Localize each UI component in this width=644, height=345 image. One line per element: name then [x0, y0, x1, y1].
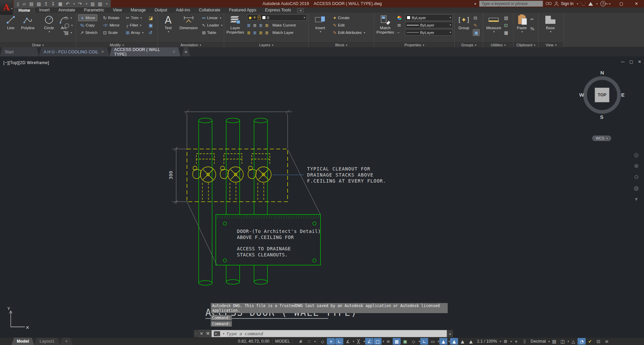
array-button[interactable]: ⊞Array▾ — [126, 29, 143, 36]
ribbon-display-toggle[interactable]: ▾ — [297, 8, 304, 13]
hardware-acceleration-icon[interactable]: ◔ — [578, 338, 586, 345]
clean-screen-icon[interactable]: ⊡ — [594, 338, 602, 345]
help-search-input[interactable]: Type a keyword or phrase — [479, 1, 543, 7]
ucs-toggle-icon[interactable]: ∟ — [420, 338, 428, 345]
table-button[interactable]: ⊞Table — [202, 29, 216, 36]
layer-off-icon[interactable]: ≣ — [247, 23, 251, 28]
object-color-dropdown[interactable]: ByLayer ▾ — [405, 14, 453, 21]
annotation-scale-button[interactable]: 1:1 / 100% — [475, 339, 499, 344]
color-wheel-button[interactable] — [397, 14, 402, 21]
store-cart-icon[interactable] — [581, 2, 586, 5]
snap-caret-icon[interactable]: ▾ — [314, 340, 315, 343]
viewcube-west[interactable]: W — [579, 92, 584, 98]
tab-home[interactable]: Home — [14, 7, 35, 13]
annotation-scale-caret-icon[interactable]: ▾ — [500, 340, 501, 343]
text-button[interactable]: A Text ▾ — [160, 14, 176, 33]
tab-insert[interactable]: Insert — [35, 7, 54, 13]
infer-constraints-icon[interactable]: ◇ — [318, 338, 327, 345]
panel-label-annotation[interactable]: Annotation▾ — [158, 42, 224, 47]
quick-properties-icon[interactable]: ▤ — [550, 338, 558, 345]
restore-button[interactable]: ▢ — [614, 0, 629, 7]
search-expand-icon[interactable]: ▸ — [475, 2, 477, 5]
panel-label-layers[interactable]: Layers▾ — [224, 42, 308, 47]
base-button[interactable]: Base ▾ — [542, 14, 559, 33]
command-prompt-icon[interactable]: >_ — [214, 331, 220, 336]
trusted-autodesk-icon[interactable]: ✔ — [586, 338, 594, 345]
model-tab[interactable]: Model — [11, 338, 34, 345]
recent-commands-caret-icon[interactable]: ▾ — [223, 332, 224, 335]
command-input[interactable]: >_ ▾ Type a command — [211, 330, 447, 337]
units-ruler-icon[interactable]: Ξ — [521, 338, 529, 345]
share-icon[interactable] — [588, 2, 593, 6]
panel-label-properties[interactable]: Properties▾ — [374, 42, 454, 47]
layer-on-all-icon[interactable]: ≣ — [247, 31, 251, 35]
wcs-menu-button[interactable]: WCS ▾ — [592, 136, 611, 141]
close-tab-icon[interactable]: ✕ — [172, 50, 176, 54]
annotation-monitor-icon[interactable]: ▭ — [429, 338, 437, 345]
tab-parametric[interactable]: Parametric — [80, 7, 108, 13]
layer-dropdown[interactable]: ● ☀ 0 ▾ — [247, 14, 307, 21]
close-tab-icon[interactable]: ✕ — [101, 50, 104, 54]
3d-object-snap-icon[interactable]: ◇ — [409, 338, 417, 345]
dynamic-input-icon[interactable]: + — [327, 338, 335, 345]
pan-icon[interactable]: ⊕ — [632, 163, 641, 169]
explode-button[interactable]: ▣ — [149, 22, 153, 29]
zoom-icon[interactable]: ⊙ — [632, 174, 641, 180]
panel-label-clipboard[interactable]: Clipboard▾ — [513, 42, 538, 47]
workspace-gear-icon[interactable]: ⚙ — [501, 338, 509, 345]
redo-icon[interactable]: ↷ — [78, 2, 82, 6]
minimize-button[interactable]: — — [599, 0, 614, 7]
copy-clip-button[interactable]: % — [530, 25, 534, 32]
orbit-icon[interactable]: ◍ — [632, 185, 641, 191]
annotation-autoscale-icon[interactable]: ▲ — [450, 338, 458, 345]
rectangle-button[interactable]: ▭▾ — [64, 14, 72, 21]
annotation-scale-add-icon[interactable]: ▲ — [467, 338, 475, 345]
tab-view[interactable]: View — [109, 7, 126, 13]
ortho-icon[interactable]: ∟ — [335, 338, 343, 345]
undo-icon[interactable]: ↶ — [66, 2, 69, 6]
object-snap-tracking-icon[interactable]: ∠ — [365, 338, 373, 345]
group-selection-toggle[interactable]: ▣ — [473, 29, 480, 36]
tab-manage[interactable]: Manage — [127, 7, 150, 13]
search-icon[interactable] — [546, 2, 552, 5]
osnap-caret-icon[interactable]: ▾ — [383, 340, 384, 343]
file-tab-ahu[interactable]: A H U - FCU COOLING COIL ✕ — [39, 47, 109, 56]
command-bar-grip[interactable]: ∷ — [194, 330, 198, 337]
navigation-wheel-icon[interactable]: ◎ — [632, 152, 641, 158]
create-block-button[interactable]: ✦Create — [333, 14, 349, 21]
paste-button[interactable]: Paste ▾ — [514, 14, 530, 33]
panel-label-utilities[interactable]: Utilities▾ — [483, 42, 513, 47]
doc-restore-icon[interactable]: ▢ — [630, 60, 633, 64]
tab-collaborate[interactable]: Collaborate — [195, 7, 224, 13]
lineweight-dropdown[interactable]: ByLayer ▾ — [405, 22, 453, 28]
mirror-button[interactable]: ◁▷Mirror — [103, 22, 119, 29]
viewcube-north[interactable]: N — [600, 70, 604, 76]
cut-button[interactable]: ✂ — [530, 16, 534, 22]
close-button[interactable]: ✕ — [629, 0, 644, 7]
command-history-expand-icon[interactable]: ▴ — [447, 330, 453, 337]
layer-properties-button[interactable]: Layer Properties — [225, 14, 246, 34]
polar-caret-icon[interactable]: ▾ — [353, 340, 354, 343]
tab-output[interactable]: Output — [151, 7, 171, 13]
make-current-button[interactable]: Make Current — [273, 23, 296, 27]
lock-ui-icon[interactable]: ◫ — [558, 338, 566, 345]
panel-label-block[interactable]: Block▾ — [309, 42, 374, 47]
doc-minimize-icon[interactable]: — — [621, 60, 625, 64]
group-edit-button[interactable]: ✎ — [474, 22, 477, 29]
group-button[interactable]: [✦] Group — [455, 14, 472, 30]
annotation-visibility-caret-icon[interactable]: ▾ — [448, 340, 450, 343]
file-tab-start[interactable]: Start — [0, 47, 39, 56]
annotation-visibility-icon[interactable]: ▲ — [439, 338, 447, 345]
open-file-icon[interactable]: ▱ — [22, 2, 26, 6]
share-caret-icon[interactable]: ▾ — [596, 2, 598, 5]
quick-calc-button[interactable]: ▦ — [504, 29, 508, 36]
layer-lock-icon[interactable]: ≣ — [265, 23, 269, 28]
edit-attributes-button[interactable]: ✎Edit Attributes▾ — [333, 29, 365, 36]
layer-unisolate-icon[interactable]: ≣ — [253, 31, 257, 35]
viewport-controls[interactable]: [−][Top][2D Wireframe] — [3, 60, 49, 65]
quick-select-button[interactable]: ▤ — [504, 14, 508, 21]
units-caret-icon[interactable]: ▾ — [548, 340, 550, 343]
stretch-button[interactable]: ↗Stretch — [78, 29, 99, 36]
panel-label-draw[interactable]: Draw▾ — [0, 42, 76, 47]
linetype-list-button[interactable]: ┄ — [397, 29, 400, 36]
